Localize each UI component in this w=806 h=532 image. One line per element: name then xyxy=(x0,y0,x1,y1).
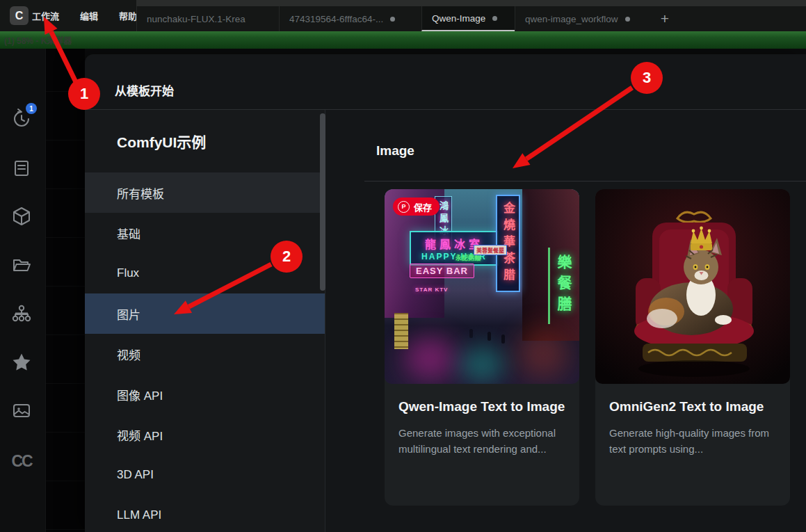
favorites-star-icon[interactable] xyxy=(10,351,33,373)
nav-item-video-api[interactable]: 视频 API xyxy=(85,414,325,455)
left-sidebar: 1 xyxy=(0,49,46,532)
queue-thumbnail-strip[interactable] xyxy=(45,49,85,532)
top-menu-bar: C 工作流 编辑 帮助 nunchaku-FLUX.1-Krea 4743195… xyxy=(0,0,806,31)
menu-help[interactable]: 帮助 xyxy=(119,9,137,22)
step-1-badge: 1 xyxy=(68,78,100,110)
pedestrian-silhouette xyxy=(487,332,491,341)
node-library-icon[interactable] xyxy=(10,303,33,325)
nav-item-image-api[interactable]: 图像 API xyxy=(85,374,325,414)
tab-qwen-image[interactable]: Qwen-Image xyxy=(421,6,515,31)
pedestrian-silhouette xyxy=(501,334,505,344)
card-title: Qwen-Image Text to Image xyxy=(398,396,565,417)
section-divider xyxy=(364,181,806,182)
street-reflection-pink xyxy=(404,337,456,380)
nav-item-llm-api[interactable]: LLM API xyxy=(85,495,325,532)
model-library-icon[interactable] xyxy=(10,205,33,227)
street-reflection-teal xyxy=(460,346,504,382)
pedestrian-silhouette xyxy=(469,329,473,338)
pinterest-icon: P xyxy=(398,201,410,213)
tab-474319564[interactable]: 474319564-6fffac64-... xyxy=(279,6,421,31)
tab-label: Qwen-Image xyxy=(432,13,485,24)
neon-menu-board xyxy=(394,313,408,349)
pinterest-save-label: 保存 xyxy=(414,200,432,213)
comfyui-logo[interactable]: C xyxy=(10,6,29,25)
neon-sign-vertical-3: 樂餐膳 xyxy=(548,248,577,324)
crowned-cat-illustration xyxy=(595,189,790,384)
template-category-nav: ComfyUI示例 所有模板 基础 Flux 图片 视频 图像 API 视频 A… xyxy=(85,110,325,532)
cc-logo[interactable]: CC xyxy=(10,450,33,472)
card-description: Generate images with exceptional multili… xyxy=(398,426,565,457)
nav-item-image[interactable]: 图片 xyxy=(85,293,325,334)
history-count-badge: 1 xyxy=(26,103,37,114)
template-card-qwen-image[interactable]: 鴻鳳冰室 龍鳳冰室 HAPPY HAIR EASY BAR STAR KTV 金… xyxy=(385,189,579,506)
card-title: OmniGen2 Text to Image xyxy=(609,396,776,417)
tab-qwen-image-workflow[interactable]: qwen-image_workflow xyxy=(515,6,650,31)
queue-log-icon[interactable] xyxy=(10,157,33,179)
nav-item-all-templates[interactable]: 所有模板 xyxy=(85,172,325,213)
neon-sign-easy-bar: EASY BAR xyxy=(410,264,474,278)
step-2-badge: 2 xyxy=(271,241,303,273)
neon-sign-star-ktv: STAR KTV xyxy=(415,287,448,293)
neon-sign-vertical-2: 金燒華茶腊 xyxy=(496,195,520,292)
tab-nunchaku-flux[interactable]: nunchaku-FLUX.1-Krea xyxy=(136,6,279,31)
card-description: Generate high-quality images from text p… xyxy=(609,426,776,457)
template-dialog: 从模板开始 ComfyUI示例 所有模板 基础 Flux 图片 视频 图像 AP… xyxy=(85,54,806,532)
section-title-image: Image xyxy=(376,143,414,159)
execution-progress-bar: (1) 58% - K采样器 xyxy=(0,31,806,49)
unsaved-dot[interactable] xyxy=(625,17,630,22)
qwen-image-preview: 鴻鳳冰室 龍鳳冰室 HAPPY HAIR EASY BAR STAR KTV 金… xyxy=(385,189,579,384)
new-tab-button[interactable]: + xyxy=(650,6,679,31)
nav-item-video[interactable]: 视频 xyxy=(85,334,325,374)
nav-header: ComfyUI示例 xyxy=(85,110,325,172)
gallery-images-icon[interactable] xyxy=(10,400,33,422)
dialog-header: 从模板开始 xyxy=(85,54,806,110)
tab-label: nunchaku-FLUX.1-Krea xyxy=(147,14,245,24)
street-reflection-warm xyxy=(518,328,568,378)
template-grid: Image 鴻鳳冰室 龍鳳冰室 HAPPY HAI xyxy=(325,110,806,532)
neon-sign-small-shop: 美蓉髮餐屋 xyxy=(474,245,507,255)
main-menus: 工作流 编辑 帮助 xyxy=(32,0,137,31)
tab-label: qwen-image_workflow xyxy=(525,14,618,24)
unsaved-dot[interactable] xyxy=(492,16,497,21)
workflow-tabs: nunchaku-FLUX.1-Krea 474319564-6fffac64-… xyxy=(136,6,679,31)
nav-scrollbar[interactable] xyxy=(320,113,325,291)
tab-label: 474319564-6fffac64-... xyxy=(289,14,383,24)
dialog-title: 从模板开始 xyxy=(115,81,174,99)
history-icon[interactable]: 1 xyxy=(10,107,33,129)
app-window: C 工作流 编辑 帮助 nunchaku-FLUX.1-Krea 4743195… xyxy=(0,0,806,532)
menu-workflow[interactable]: 工作流 xyxy=(32,9,59,22)
progress-label: (1) 58% - K采样器 xyxy=(0,34,72,46)
unsaved-dot[interactable] xyxy=(390,17,395,22)
cc-label: CC xyxy=(11,452,31,471)
workflows-folder-icon[interactable] xyxy=(10,254,33,276)
omnigen2-preview xyxy=(595,189,790,384)
nav-item-3d-api[interactable]: 3D API xyxy=(85,455,325,495)
template-card-omnigen2[interactable]: OmniGen2 Text to Image Generate high-qua… xyxy=(595,189,790,506)
menu-edit[interactable]: 编辑 xyxy=(80,9,98,22)
pinterest-save-button[interactable]: P 保存 xyxy=(393,198,440,216)
step-3-badge: 3 xyxy=(631,62,663,94)
window-top-strip xyxy=(136,0,806,6)
